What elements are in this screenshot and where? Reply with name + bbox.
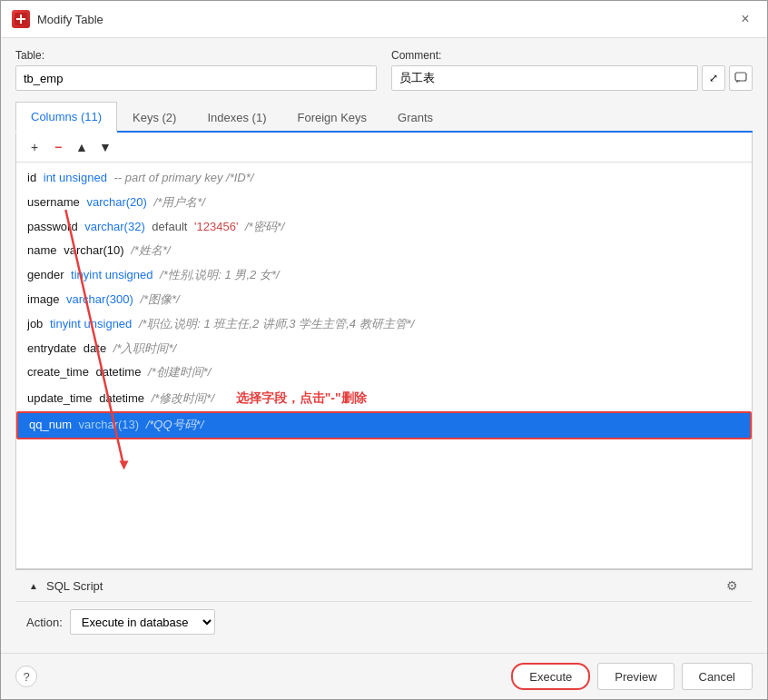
table-label: Table: xyxy=(15,49,377,62)
col-type: int unsigned xyxy=(44,171,107,184)
collapse-button[interactable]: ▲ xyxy=(26,578,41,593)
table-row[interactable]: update_time datetime /*修改时间*/ 选择字段，点击"-"… xyxy=(16,385,752,411)
table-row[interactable]: image varchar(300) /*图像*/ xyxy=(16,288,752,312)
col-name: entrydate xyxy=(27,341,76,355)
col-comment: /*创建时间*/ xyxy=(148,365,211,379)
table-row[interactable]: entrydate date /*入职时间*/ xyxy=(16,337,752,361)
col-name: name xyxy=(27,243,57,257)
col-comment: /*职位,说明: 1 班主任,2 讲师,3 学生主管,4 教研主管*/ xyxy=(139,317,414,330)
comment-group: Comment: ⤢ xyxy=(391,49,753,91)
col-comment: /*图像*/ xyxy=(140,292,179,306)
col-comment: /*用户名*/ xyxy=(154,195,205,209)
col-name: create_time xyxy=(27,365,89,379)
columns-list: id int unsigned -- part of primary key /… xyxy=(16,163,752,568)
table-input[interactable] xyxy=(15,65,377,91)
col-type: varchar(20) xyxy=(86,195,146,209)
comment-row: ⤢ xyxy=(391,65,753,91)
col-type: datetime xyxy=(96,365,142,379)
table-name-group: Table: xyxy=(15,49,377,91)
svg-rect-2 xyxy=(20,15,22,24)
col-comment: /*性别,说明: 1 男,2 女*/ xyxy=(160,268,279,281)
table-row[interactable]: gender tinyint unsigned /*性别,说明: 1 男,2 女… xyxy=(16,263,752,288)
tab-foreign-keys[interactable]: Foreign Keys xyxy=(281,102,382,133)
action-select[interactable]: Execute in database Apply changes only xyxy=(70,609,215,635)
col-comment: /*密码*/ xyxy=(245,220,284,233)
sql-title: ▲ SQL Script xyxy=(26,578,103,593)
footer-left: ? xyxy=(15,665,37,687)
window-title: Modify Table xyxy=(37,13,103,26)
gear-button[interactable]: ⚙ xyxy=(722,576,742,596)
col-type: varchar(300) xyxy=(66,292,133,306)
cancel-button[interactable]: Cancel xyxy=(682,663,753,690)
col-name: qq_num xyxy=(29,418,72,431)
dialog-footer: ? Execute Preview Cancel xyxy=(1,653,767,699)
close-button[interactable]: × xyxy=(734,8,756,30)
tab-columns[interactable]: Columns (11) xyxy=(15,102,117,133)
execute-button[interactable]: Execute xyxy=(511,663,590,690)
col-name: update_time xyxy=(27,391,93,405)
col-comment: /*入职时间*/ xyxy=(113,341,176,355)
col-name: password xyxy=(27,220,78,233)
col-type: varchar(10) xyxy=(64,243,123,257)
table-row[interactable]: qq_num varchar(13) /*QQ号码*/ xyxy=(16,411,752,439)
move-up-button[interactable]: ▲ xyxy=(71,136,93,158)
col-type: varchar(32) xyxy=(84,220,144,233)
action-label: Action: xyxy=(26,616,63,629)
col-comment: /*修改时间*/ xyxy=(152,391,214,405)
col-comment: -- part of primary key /*ID*/ xyxy=(114,171,254,184)
table-row[interactable]: id int unsigned -- part of primary key /… xyxy=(16,166,752,191)
title-bar: Modify Table × xyxy=(1,1,767,38)
footer-right: Execute Preview Cancel xyxy=(511,663,753,690)
tab-keys[interactable]: Keys (2) xyxy=(117,102,192,133)
help-button[interactable]: ? xyxy=(15,665,37,687)
col-type: date xyxy=(84,341,106,355)
remove-column-button[interactable]: − xyxy=(47,136,69,158)
tab-content: + − ▲ ▼ id int unsigned -- part of prima… xyxy=(15,133,753,569)
expand-icon-button[interactable]: ⤢ xyxy=(702,65,725,91)
col-name: job xyxy=(27,317,43,330)
table-row[interactable]: job tinyint unsigned /*职位,说明: 1 班主任,2 讲师… xyxy=(16,312,752,337)
table-row[interactable]: create_time datetime /*创建时间*/ xyxy=(16,360,752,385)
col-type: varchar(13) xyxy=(79,418,139,431)
preview-button[interactable]: Preview xyxy=(597,663,674,690)
tabs: Columns (11) Keys (2) Indexes (1) Foreig… xyxy=(15,102,753,133)
col-type: tinyint unsigned xyxy=(50,317,132,330)
annotation-text: 选择字段，点击"-"删除 xyxy=(236,390,367,405)
dialog-body: Table: Comment: ⤢ Colum xyxy=(1,38,767,653)
app-icon xyxy=(12,10,30,28)
form-row: Table: Comment: ⤢ xyxy=(15,49,753,91)
move-down-button[interactable]: ▼ xyxy=(94,136,116,158)
comment-input[interactable] xyxy=(391,65,698,91)
col-default-keyword: default xyxy=(152,220,187,233)
add-column-button[interactable]: + xyxy=(24,136,45,158)
col-type: tinyint unsigned xyxy=(71,268,153,281)
sql-script-label: SQL Script xyxy=(46,579,103,593)
col-comment: /*姓名*/ xyxy=(131,243,170,257)
comment-label: Comment: xyxy=(391,49,753,62)
modify-table-dialog: Modify Table × Table: Comment: ⤢ xyxy=(0,0,768,700)
table-row[interactable]: password varchar(32) default '123456' /*… xyxy=(16,215,752,240)
chat-icon-button[interactable] xyxy=(729,65,753,91)
col-name: username xyxy=(27,195,80,209)
col-default-value: '123456' xyxy=(194,220,238,233)
table-row[interactable]: username varchar(20) /*用户名*/ xyxy=(16,191,752,215)
col-name: gender xyxy=(27,268,64,281)
columns-toolbar: + − ▲ ▼ xyxy=(16,133,752,163)
svg-rect-3 xyxy=(735,73,746,81)
tab-grants[interactable]: Grants xyxy=(382,102,448,133)
sql-header: ▲ SQL Script ⚙ xyxy=(15,570,753,602)
col-comment: /*QQ号码*/ xyxy=(146,418,204,431)
tab-indexes[interactable]: Indexes (1) xyxy=(192,102,281,133)
col-name: image xyxy=(27,292,59,306)
title-bar-left: Modify Table xyxy=(12,10,103,28)
col-name: id xyxy=(27,171,36,184)
col-type: datetime xyxy=(99,391,144,405)
sql-action-row: Action: Execute in database Apply change… xyxy=(15,602,753,642)
table-row[interactable]: name varchar(10) /*姓名*/ xyxy=(16,239,752,263)
sql-section: ▲ SQL Script ⚙ Action: Execute in databa… xyxy=(15,569,753,642)
